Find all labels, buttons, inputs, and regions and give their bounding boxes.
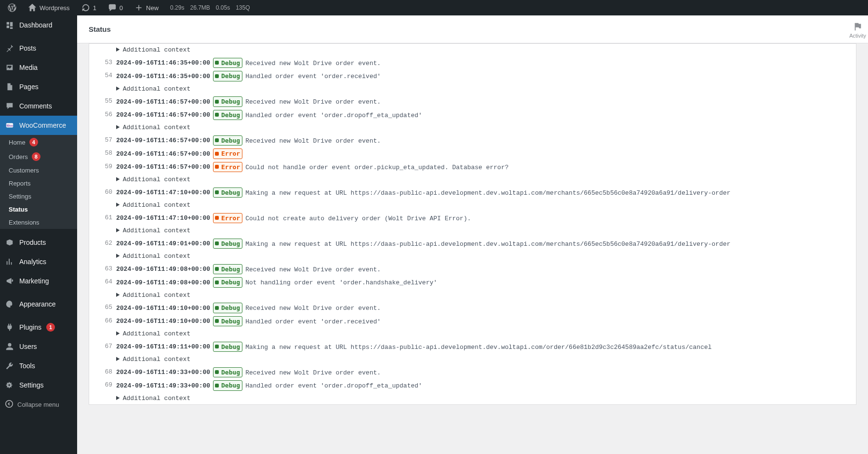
page-header: Status Activity <box>77 15 868 43</box>
sidebar-item-label: Products <box>19 239 46 246</box>
log-line-number: 55 <box>93 96 112 106</box>
comments-link[interactable]: 0 <box>104 0 127 15</box>
debug-metrics: 0.29s 26.7MB 0.05s 135Q <box>170 4 250 11</box>
log-row: 662024-09-16T11:49:10+00:00DebugHandled … <box>89 315 856 328</box>
additional-context-toggle[interactable]: Additional context <box>116 394 852 403</box>
sidebar-item-products[interactable]: Products <box>0 233 77 252</box>
sidebar-item-appearance[interactable]: Appearance <box>0 294 77 314</box>
sidebar-item-settings[interactable]: Settings <box>0 375 77 395</box>
log-level-badge: Debug <box>213 239 242 249</box>
sidebar-item-pages[interactable]: Pages <box>0 77 77 96</box>
log-additional-context[interactable]: Additional context <box>89 83 856 95</box>
log-line-number: 68 <box>93 367 112 377</box>
log-line-number: 67 <box>93 342 112 351</box>
sidebar-item-label: Settings <box>19 381 44 389</box>
log-row: 532024-09-16T11:46:35+00:00DebugReceived… <box>89 56 856 70</box>
log-timestamp: 2024-09-16T11:49:08+00:00 <box>116 266 210 273</box>
log-message: Received new Wolt Drive order event. <box>245 369 381 376</box>
log-row: 562024-09-16T11:46:57+00:00DebugHandled … <box>89 108 856 122</box>
log-level-badge: Debug <box>213 187 242 198</box>
sidebar-item-users[interactable]: Users <box>0 337 77 356</box>
sidebar-item-label: Plugins <box>19 323 41 331</box>
activity-button[interactable]: Activity <box>849 21 866 39</box>
log-additional-context[interactable]: Additional context <box>89 44 856 56</box>
sidebar-item-dashboard[interactable]: Dashboard <box>0 15 77 35</box>
submenu-item-settings[interactable]: Settings <box>0 190 77 203</box>
additional-context-toggle[interactable]: Additional context <box>116 226 852 236</box>
sidebar-item-label: Tools <box>19 362 35 370</box>
log-message: Handled order event 'order.received' <box>245 318 381 325</box>
sidebar-item-label: Users <box>19 343 37 350</box>
additional-context-toggle[interactable]: Additional context <box>116 175 852 185</box>
log-line-number: 63 <box>93 264 112 274</box>
log-additional-context[interactable]: Additional context <box>89 289 856 302</box>
additional-context-toggle[interactable]: Additional context <box>116 329 852 339</box>
additional-context-toggle[interactable]: Additional context <box>116 252 852 261</box>
submenu-item-orders[interactable]: Orders8 <box>0 149 77 164</box>
log-timestamp: 2024-09-16T11:46:57+00:00 <box>116 111 210 119</box>
collapse-icon <box>5 400 13 410</box>
log-line-number: 69 <box>93 380 112 390</box>
submenu: Home4Orders8CustomersReportsSettingsStat… <box>0 135 77 229</box>
sidebar-item-woocommerce[interactable]: WooWooCommerce <box>0 116 77 135</box>
site-home[interactable]: Wordpress <box>24 0 74 15</box>
submenu-item-status[interactable]: Status <box>0 203 77 216</box>
additional-context-toggle[interactable]: Additional context <box>116 200 852 210</box>
updates-link[interactable]: 1 <box>78 0 100 15</box>
log-additional-context[interactable]: Additional context <box>89 199 856 212</box>
log-additional-context[interactable]: Additional context <box>89 121 856 134</box>
products-icon <box>5 238 14 247</box>
media-icon <box>5 63 14 72</box>
home-icon <box>28 3 37 12</box>
sidebar-item-label: Dashboard <box>19 21 53 29</box>
log-row: 682024-09-16T11:49:33+00:00DebugReceived… <box>89 366 856 379</box>
log-additional-context[interactable]: Additional context <box>89 328 856 340</box>
log-timestamp: 2024-09-16T11:49:33+00:00 <box>116 369 210 376</box>
log-additional-context[interactable]: Additional context <box>89 392 856 405</box>
log-additional-context[interactable]: Additional context <box>89 225 856 237</box>
wordpress-icon <box>8 3 16 12</box>
new-content[interactable]: New <box>131 0 162 15</box>
sidebar-item-posts[interactable]: Posts <box>0 39 77 58</box>
wp-logo[interactable] <box>4 0 20 15</box>
additional-context-toggle[interactable]: Additional context <box>116 84 852 94</box>
log-message: Received new Wolt Drive order event. <box>245 59 381 67</box>
admin-bar: Wordpress 1 0 New 0.29s 26.7MB 0.05s 135… <box>0 0 868 15</box>
log-additional-context[interactable]: Additional context <box>89 250 856 263</box>
submenu-label: Settings <box>9 193 31 200</box>
new-label: New <box>146 4 159 12</box>
sidebar-item-tools[interactable]: Tools <box>0 356 77 375</box>
log-line-number: 56 <box>93 110 112 120</box>
sidebar-item-media[interactable]: Media <box>0 58 77 77</box>
log-level-badge: Debug <box>213 277 242 288</box>
log-row: 552024-09-16T11:46:57+00:00DebugReceived… <box>89 95 856 108</box>
log-timestamp: 2024-09-16T11:46:35+00:00 <box>116 59 210 67</box>
sidebar-item-marketing[interactable]: Marketing <box>0 271 77 291</box>
woo-icon: Woo <box>5 120 14 130</box>
metric-mem: 26.7MB <box>190 4 210 11</box>
log-line-number: 61 <box>93 213 112 223</box>
log-timestamp: 2024-09-16T11:46:57+00:00 <box>116 150 210 158</box>
log-additional-context[interactable]: Additional context <box>89 353 856 366</box>
sidebar-item-plugins[interactable]: Plugins1 <box>0 318 77 337</box>
log-additional-context[interactable]: Additional context <box>89 174 856 186</box>
additional-context-toggle[interactable]: Additional context <box>116 45 852 55</box>
submenu-item-extensions[interactable]: Extensions <box>0 216 77 229</box>
sidebar-item-comments[interactable]: Comments <box>0 96 77 116</box>
submenu-item-home[interactable]: Home4 <box>0 135 77 149</box>
submenu-item-customers[interactable]: Customers <box>0 164 77 177</box>
log-level-badge: Error <box>213 162 242 173</box>
metric-db: 0.05s <box>216 4 230 11</box>
submenu-label: Extensions <box>9 219 40 226</box>
submenu-item-reports[interactable]: Reports <box>0 177 77 190</box>
log-message: Not handling order event 'order.handshak… <box>245 279 437 286</box>
update-icon <box>81 3 90 12</box>
additional-context-toggle[interactable]: Additional context <box>116 291 852 300</box>
count-badge: 4 <box>29 138 38 147</box>
collapse-menu[interactable]: Collapse menu <box>0 395 77 414</box>
log-timestamp: 2024-09-16T11:49:33+00:00 <box>116 382 210 389</box>
log-row: 542024-09-16T11:46:35+00:00DebugHandled … <box>89 69 856 83</box>
sidebar-item-analytics[interactable]: Analytics <box>0 252 77 271</box>
additional-context-toggle[interactable]: Additional context <box>116 355 852 364</box>
additional-context-toggle[interactable]: Additional context <box>116 123 852 133</box>
